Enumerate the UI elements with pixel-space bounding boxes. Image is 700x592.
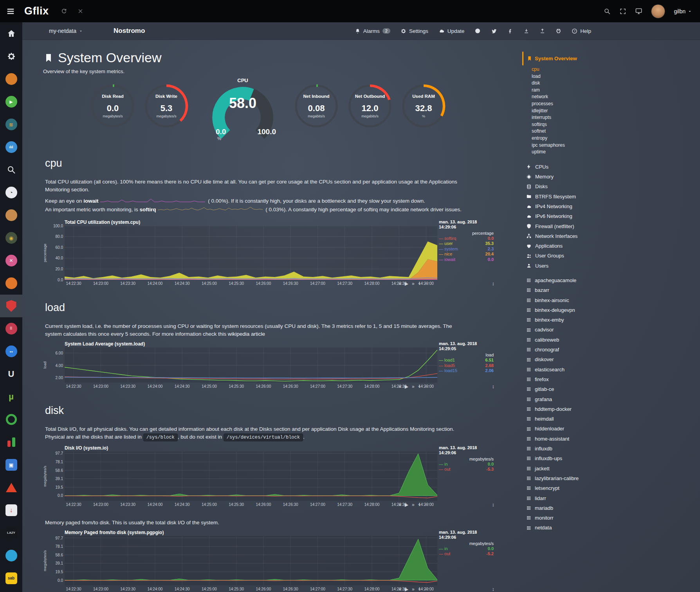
toc-app-grafana[interactable]: grafana: [526, 394, 700, 404]
app-icon-unraid[interactable]: U: [0, 363, 22, 385]
chart-pan-forward-button[interactable]: »: [412, 502, 415, 507]
app-icon-ubooquity[interactable]: [0, 272, 22, 295]
chart-pan-forward-button[interactable]: »: [412, 587, 415, 592]
chart-play-button[interactable]: ▶: [405, 587, 408, 592]
toc-app-hiddenloader[interactable]: hiddenloader: [526, 424, 700, 434]
toc-section-user-groups[interactable]: User Groups: [526, 251, 700, 261]
chart-zoom-in-button[interactable]: +: [418, 502, 421, 507]
app-icon-sabnzbd[interactable]: sab: [0, 567, 22, 590]
legend-entry-load5[interactable]: — load52.68: [439, 363, 494, 369]
chart-pan-forward-button[interactable]: »: [412, 384, 415, 389]
app-icon-flood[interactable]: ⠿: [0, 317, 22, 340]
chart-zoom-in-button[interactable]: +: [418, 587, 421, 592]
legend-entry-out[interactable]: — out-5.3: [439, 467, 494, 472]
alarms-button[interactable]: Alarms 2: [355, 28, 390, 34]
cpu-chart[interactable]: Total CPU utilization (system.cpu)percen…: [42, 220, 495, 288]
toc-sub-softirqs[interactable]: softirqs: [532, 121, 700, 128]
github-icon[interactable]: [474, 28, 481, 34]
disk-io-chart[interactable]: Disk I/O (system.io)megabytes/s0.019.539…: [42, 445, 495, 509]
chart-pan-forward-button[interactable]: »: [412, 281, 415, 286]
toc-app-lidarr[interactable]: lidarr: [526, 493, 700, 503]
chart-play-button[interactable]: ▶: [405, 384, 408, 389]
app-icon-shield[interactable]: [0, 295, 22, 317]
chart-zoom-out-button[interactable]: −: [424, 587, 427, 592]
app-icon-organizr[interactable]: [0, 68, 22, 90]
user-menu[interactable]: gilbn: [674, 8, 692, 14]
gauge-net-inbound[interactable]: Net Inbound0.08megabits/s: [291, 81, 345, 139]
toc-app-gitlab-ce[interactable]: gitlab-ce: [526, 384, 700, 394]
legend-entry-system[interactable]: — system2.3: [439, 247, 494, 252]
chart-play-button[interactable]: ▶: [405, 281, 408, 286]
toc-section-applications[interactable]: Applications: [526, 241, 700, 251]
legend-entry-in[interactable]: — in0.0: [439, 462, 494, 467]
toc-section-btrfs-filesystem[interactable]: BTRFS filesystem: [526, 192, 700, 202]
print-icon[interactable]: [556, 28, 561, 34]
toc-sub-cpu[interactable]: cpu: [532, 66, 700, 73]
toc-sub-ipc-semaphores[interactable]: ipc semaphores: [532, 142, 700, 149]
chart-pan-back-button[interactable]: «: [399, 502, 401, 507]
app-icon-tautulli[interactable]: ◉: [0, 227, 22, 249]
toc-app-chronograf[interactable]: chronograf: [526, 345, 700, 354]
import-upload-icon[interactable]: [539, 28, 545, 34]
host-dropdown[interactable]: my-netdata: [49, 28, 83, 34]
toc-app-firefox[interactable]: firefox: [526, 374, 700, 384]
gauge-disk-write[interactable]: Disk Write5.3megabytes/s: [141, 81, 195, 139]
toc-section-users[interactable]: Users: [526, 261, 700, 271]
app-icon-radarr[interactable]: ◔: [0, 181, 22, 204]
chart-pan-back-button[interactable]: «: [399, 587, 401, 592]
chart-pan-back-button[interactable]: «: [399, 281, 401, 286]
toc-app-hddtemp-docker[interactable]: hddtemp-docker: [526, 404, 700, 414]
gauge-net-outbound[interactable]: Net Outbound12.0megabits/s: [345, 81, 398, 139]
search-icon[interactable]: [604, 8, 611, 15]
toc-app-binhex-emby[interactable]: binhex-emby: [526, 315, 700, 325]
toc-app-lazylibrarian-calibre[interactable]: lazylibrarian-calibre: [526, 473, 700, 483]
toc-app-bazarr[interactable]: bazarr: [526, 285, 700, 295]
update-button[interactable]: Update: [438, 28, 465, 34]
toc-app-binhex-airsonic[interactable]: binhex-airsonic: [526, 295, 700, 305]
toc-sub-idlejitter[interactable]: idlejitter: [532, 108, 700, 115]
chart-zoom-in-button[interactable]: +: [418, 384, 421, 389]
facebook-icon[interactable]: [507, 28, 513, 34]
toc-app-calibreweb[interactable]: calibreweb: [526, 335, 700, 345]
legend-entry-load15[interactable]: — load152.06: [439, 368, 494, 374]
toc-app-influxdb-ups[interactable]: influxdb-ups: [526, 453, 700, 463]
toc-app-cadvisor[interactable]: cadvisor: [526, 325, 700, 335]
gauge-cpu[interactable]: CPU58.00.0100.0%: [202, 77, 283, 144]
gauge-used-ram[interactable]: Used RAM32.8%: [398, 81, 452, 139]
toc-app-mariadb[interactable]: mariadb: [526, 503, 700, 513]
chart-zoom-in-button[interactable]: +: [418, 281, 421, 286]
legend-entry-iowait[interactable]: — iowait0.0: [439, 257, 494, 263]
chart-pan-back-button[interactable]: «: [399, 384, 401, 389]
app-icon-emby[interactable]: ▶: [0, 90, 22, 113]
chart-resize-handle[interactable]: ↕: [492, 383, 495, 389]
settings-button[interactable]: Settings: [401, 28, 428, 34]
toc-app-diskover[interactable]: diskover: [526, 354, 700, 364]
toc-sub-processes[interactable]: processes: [532, 101, 700, 108]
app-icon-green-ring[interactable]: [0, 408, 22, 431]
close-tab-icon[interactable]: [78, 8, 83, 14]
toc-sub-softnet[interactable]: softnet: [532, 128, 700, 135]
fullscreen-icon[interactable]: [619, 8, 626, 15]
chart-resize-handle[interactable]: ↕: [492, 586, 495, 592]
chart-resize-handle[interactable]: ↕: [492, 502, 495, 507]
toc-section-cpus[interactable]: CPUs: [526, 162, 700, 172]
toc-section-network-interfaces[interactable]: Network Interfaces: [526, 231, 700, 241]
load-chart[interactable]: System Load Average (system.load)load2.0…: [42, 341, 495, 391]
avatar[interactable]: [651, 4, 665, 18]
toc-section-firewall-netfilter-[interactable]: Firewall (netfilter): [526, 221, 700, 231]
app-icon-scissors[interactable]: ✕: [0, 249, 22, 272]
chart-resize-handle[interactable]: ↕: [492, 281, 495, 286]
app-icon-utorrent[interactable]: µ: [0, 385, 22, 408]
toc-sub-disk[interactable]: disk: [532, 80, 700, 87]
legend-entry-nice[interactable]: — nice20.4: [439, 252, 494, 257]
app-icon-search[interactable]: [0, 158, 22, 181]
toc-sub-network[interactable]: network: [532, 94, 700, 101]
memory-paged-chart[interactable]: Memory Paged from/to disk (system.pgpgio…: [42, 530, 495, 592]
refresh-icon[interactable]: [61, 8, 67, 14]
chart-zoom-out-button[interactable]: −: [424, 502, 427, 507]
toc-sub-uptime[interactable]: uptime: [532, 149, 700, 156]
app-icon-jackett[interactable]: [0, 204, 22, 227]
app-icon-airsonic[interactable]: ılıl: [0, 136, 22, 158]
chart-zoom-out-button[interactable]: −: [424, 281, 427, 286]
gauge-disk-read[interactable]: Disk Read0.0megabytes/s: [87, 81, 141, 139]
